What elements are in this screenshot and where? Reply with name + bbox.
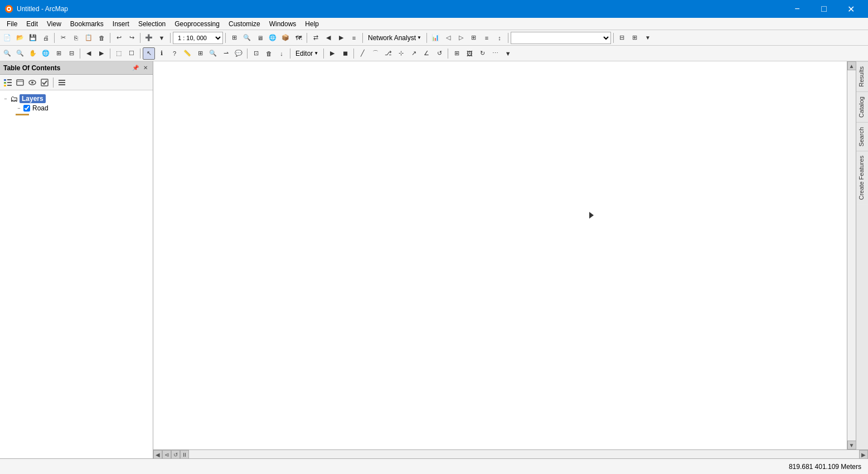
right-tab-catalog[interactable]: Catalog (856, 91, 868, 122)
na-btn1[interactable]: 📊 (429, 32, 442, 44)
toc-group-row[interactable]: − 🗂 Layers (0, 94, 153, 104)
sel-down[interactable]: ↓ (275, 47, 288, 60)
sel-features[interactable]: ⊡ (250, 47, 262, 60)
html-popup[interactable]: 💬 (232, 47, 245, 60)
na-layer-dropdown[interactable] (511, 32, 611, 44)
toc-tab-source[interactable] (14, 77, 26, 88)
attributes-btn[interactable]: ⊞ (194, 47, 206, 60)
close-button[interactable]: ✕ (838, 0, 864, 18)
toc-layer-road-row[interactable]: − Road (0, 104, 153, 113)
na-btn4[interactable]: ⊞ (468, 32, 480, 44)
toc-tab-selection[interactable] (39, 77, 50, 88)
layout-view[interactable]: 🖼 (463, 47, 476, 60)
right-tab-search[interactable]: Search (856, 122, 868, 151)
sketch-angle[interactable]: ∠ (420, 47, 433, 60)
sketch-split[interactable]: ⎇ (382, 47, 394, 60)
viewer-btn[interactable]: 🖥 (254, 32, 266, 44)
print-button[interactable]: 🖨 (40, 32, 52, 44)
editor-menu[interactable]: Editor ▼ (293, 49, 321, 59)
toc-pin-button[interactable]: 📌 (132, 64, 139, 72)
scroll-track-horizontal[interactable] (189, 450, 859, 458)
na-btn6[interactable]: ↕ (493, 32, 506, 44)
delete-button[interactable]: 🗑 (95, 32, 108, 44)
sketch-tangent[interactable]: ⌒ (369, 47, 381, 60)
scene2-btn[interactable]: 🗺 (292, 32, 304, 44)
select-btn[interactable]: ⬚ (113, 47, 125, 60)
attr-table[interactable]: ⊞ (450, 47, 463, 60)
identify-btn[interactable]: ℹ (156, 47, 168, 60)
sketch-more1[interactable]: ⊹ (395, 47, 407, 60)
rotate-btn[interactable]: ↻ (476, 47, 488, 60)
na-extra2[interactable]: ⊞ (629, 32, 641, 44)
extent-sel[interactable]: ⊟ (65, 47, 77, 60)
menu-selection[interactable]: Selection (134, 19, 170, 29)
na-btn2[interactable]: ◁ (442, 32, 454, 44)
redo-button[interactable]: ↪ (125, 32, 138, 44)
toc-options-button[interactable] (56, 77, 67, 88)
search-btn[interactable]: 🔍 (207, 47, 219, 60)
globe2-btn[interactable]: 🌐 (40, 47, 52, 60)
scroll-down-button[interactable]: ▼ (847, 441, 856, 449)
sketch-line[interactable]: ╱ (356, 47, 368, 60)
add-data-button[interactable]: ➕ (143, 32, 155, 44)
menu-edit[interactable]: Edit (22, 19, 42, 29)
hand-btn[interactable]: ✋ (27, 47, 39, 60)
menu-file[interactable]: File (2, 19, 22, 29)
toc-collapse-icon[interactable]: − (2, 95, 9, 102)
sketch-more2[interactable]: ↗ (408, 47, 420, 60)
scroll-right-button[interactable]: ▶ (859, 450, 868, 458)
map-canvas[interactable] (153, 61, 847, 449)
add-data-arrow[interactable]: ▼ (156, 32, 168, 44)
toolbar-expand[interactable]: ▼ (502, 47, 514, 60)
na-btn5[interactable]: ≡ (481, 32, 493, 44)
fwd-nav[interactable]: ▶ (95, 47, 108, 60)
toc-tab-list[interactable] (2, 77, 13, 88)
minimize-button[interactable]: − (784, 0, 810, 18)
paste-button[interactable]: 📋 (83, 32, 95, 44)
zoom-out-btn[interactable]: 🔍 (14, 47, 26, 60)
menu-view[interactable]: View (42, 19, 66, 29)
copy-button[interactable]: ⎘ (70, 32, 82, 44)
toggle-btn[interactable]: ⇄ (309, 32, 322, 44)
menu-windows[interactable]: Windows (265, 19, 301, 29)
back-nav[interactable]: ◀ (83, 47, 95, 60)
menu-help[interactable]: Help (300, 19, 323, 29)
scale-dropdown[interactable]: 1 : 10, 000 (173, 32, 223, 44)
na-btn3[interactable]: ▷ (455, 32, 467, 44)
toc-road-checkbox[interactable] (23, 105, 30, 112)
save-button[interactable]: 💾 (27, 32, 39, 44)
refresh-button[interactable]: ↺ (171, 450, 180, 458)
zoom-prev[interactable]: ◀ (322, 32, 334, 44)
fixed-zoom-btn[interactable]: ⊞ (228, 32, 240, 44)
toc-layer-expand[interactable]: − (16, 105, 22, 112)
new-button[interactable]: 📄 (1, 32, 13, 44)
menu-geoprocessing[interactable]: Geoprocessing (170, 19, 224, 29)
na-extra1[interactable]: ⊟ (616, 32, 628, 44)
nav-left-button[interactable]: ⊲ (162, 450, 171, 458)
menu-bookmarks[interactable]: Bookmarks (66, 19, 108, 29)
route-btn[interactable]: ⇀ (220, 47, 232, 60)
cut-button[interactable]: ✂ (57, 32, 69, 44)
right-tab-create-features[interactable]: Create Features (856, 151, 868, 204)
pause-button[interactable]: ⏸ (180, 450, 189, 458)
scroll-up-button[interactable]: ▲ (847, 61, 856, 70)
network-analyst-menu[interactable]: Network Analyst ▼ (365, 33, 424, 43)
measure-btn[interactable]: 📏 (181, 47, 193, 60)
open-button[interactable]: 📂 (14, 32, 26, 44)
sel-clear[interactable]: 🗑 (263, 47, 275, 60)
find-btn[interactable]: ? (168, 47, 181, 60)
extent-full[interactable]: ⊞ (52, 47, 65, 60)
undo-button[interactable]: ↩ (113, 32, 125, 44)
zoom-in-btn[interactable]: 🔍 (1, 47, 13, 60)
menu-customize[interactable]: Customize (224, 19, 265, 29)
magnifier-btn[interactable]: 🔍 (241, 32, 253, 44)
edit-stop[interactable]: ◼ (339, 47, 351, 60)
globe-btn[interactable]: 🌐 (266, 32, 279, 44)
scene-btn[interactable]: 📦 (279, 32, 292, 44)
arrow-select[interactable]: ↖ (143, 47, 155, 60)
scroll-track-vertical[interactable] (847, 70, 856, 441)
scroll-left-button[interactable]: ◀ (153, 450, 162, 458)
toc-close-button[interactable]: ✕ (142, 64, 149, 72)
maximize-button[interactable]: □ (811, 0, 837, 18)
toc-tab-visibility[interactable] (27, 77, 38, 88)
